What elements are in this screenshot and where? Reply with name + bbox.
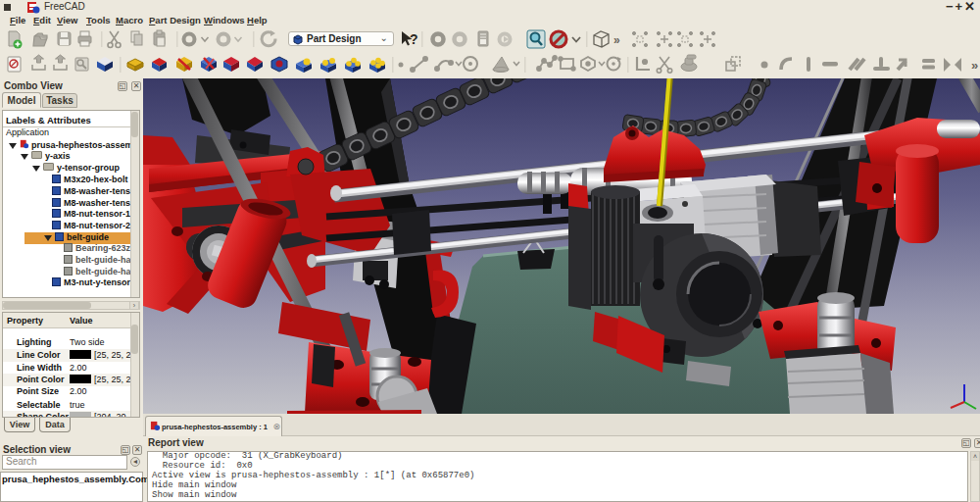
svg-text:?: ?: [410, 31, 418, 47]
svg-text:»: »: [971, 58, 978, 73]
svg-text:»: »: [613, 33, 620, 47]
